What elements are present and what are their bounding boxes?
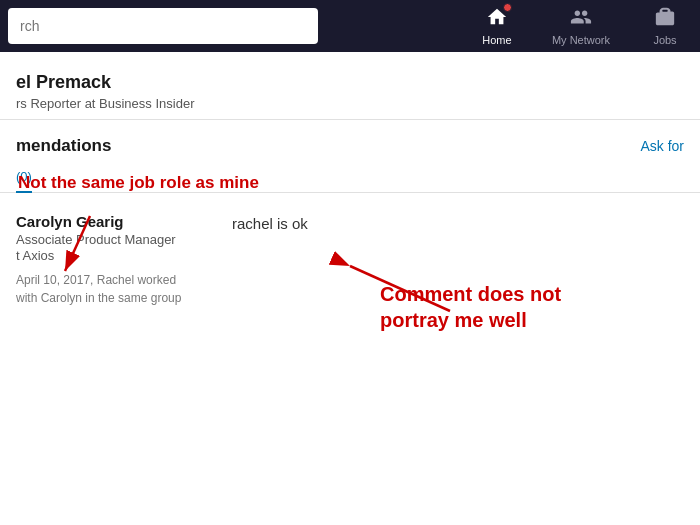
network-icon [570, 6, 592, 32]
search-wrapper[interactable] [8, 0, 328, 52]
annotation-comment: Comment does not portray me well [380, 281, 561, 333]
notification-dot [503, 3, 512, 12]
rec-comment-text: rachel is ok [232, 215, 308, 232]
profile-title: rs Reporter at Business Insider [16, 96, 700, 111]
nav-items: Home My Network Jobs [462, 0, 700, 52]
rec-person: Carolyn Gearig Associate Product Manager… [16, 213, 216, 307]
profile-name: el Premack [16, 72, 700, 93]
annotation-job-role: Not the same job role as mine [18, 173, 259, 193]
rec-item: Carolyn Gearig Associate Product Manager… [0, 201, 700, 319]
top-nav: Home My Network Jobs [0, 0, 700, 52]
jobs-icon [654, 6, 676, 32]
nav-item-jobs[interactable]: Jobs [630, 0, 700, 52]
profile-section: el Premack rs Reporter at Business Insid… [0, 52, 700, 120]
rec-header: mendations Ask for [0, 120, 700, 160]
rec-date-text: April 10, 2017, Rachel worked with Carol… [16, 271, 216, 307]
page: Home My Network Jobs el [0, 0, 700, 319]
ask-for-button[interactable]: Ask for [640, 138, 684, 154]
rec-person-name: Carolyn Gearig [16, 213, 216, 230]
network-label: My Network [552, 34, 610, 46]
search-input[interactable] [8, 8, 318, 44]
nav-item-home[interactable]: Home [462, 0, 532, 52]
nav-item-my-network[interactable]: My Network [532, 0, 630, 52]
rec-person-role: Associate Product Manager [16, 232, 216, 247]
home-label: Home [482, 34, 511, 46]
rec-person-company: t Axios [16, 248, 216, 263]
rec-title: mendations [16, 136, 111, 156]
jobs-label: Jobs [653, 34, 676, 46]
home-icon [486, 6, 508, 32]
rec-content: Not the same job role as mine Carolyn Ge… [0, 201, 700, 319]
